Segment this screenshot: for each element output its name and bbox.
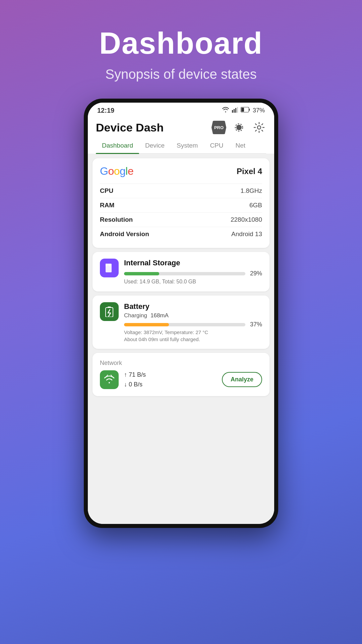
battery-header: Battery Charging 168mA 37% Voltage xyxy=(100,302,262,342)
wifi-network-icon xyxy=(103,375,115,385)
storage-progress-bg xyxy=(124,272,245,275)
device-card: Google Pixel 4 CPU 1.8GHz RAM 6GB Resolu… xyxy=(93,158,269,248)
brightness-button[interactable] xyxy=(232,120,246,135)
pro-badge: PRO xyxy=(212,121,226,134)
spec-row-ram: RAM 6GB xyxy=(100,198,262,212)
tab-bar: Dashboard Device System CPU Net xyxy=(96,138,266,154)
svg-rect-3 xyxy=(237,107,238,113)
battery-progress-bg xyxy=(124,323,245,326)
storage-header: Internal Storage 29% Used: 14.9 GB, Tota… xyxy=(100,259,262,285)
battery-charging-icon xyxy=(105,306,114,317)
svg-rect-6 xyxy=(249,109,250,111)
tab-dashboard[interactable]: Dashboard xyxy=(96,138,139,153)
battery-progress-fill xyxy=(124,323,169,326)
tab-cpu[interactable]: CPU xyxy=(204,138,229,153)
storage-detail: Used: 14.9 GB, Total: 50.0 GB xyxy=(124,279,262,285)
status-time: 12:19 xyxy=(97,107,114,114)
sd-card-icon xyxy=(104,263,114,273)
storage-progress-fill xyxy=(124,272,159,275)
brightness-icon xyxy=(233,122,245,133)
header-section: Dashboard Synopsis of device states xyxy=(99,0,263,82)
tab-net[interactable]: Net xyxy=(230,138,252,153)
battery-card-icon xyxy=(100,302,119,321)
spec-row-resolution: Resolution 2280x1080 xyxy=(100,212,262,227)
main-content: Google Pixel 4 CPU 1.8GHz RAM 6GB Resolu… xyxy=(88,154,274,524)
device-model: Pixel 4 xyxy=(237,167,262,176)
svg-rect-1 xyxy=(234,109,235,113)
svg-rect-2 xyxy=(235,108,236,113)
phone-screen: 12:19 xyxy=(88,103,274,524)
spec-row-android: Android Version Android 13 xyxy=(100,227,262,241)
signal-icon xyxy=(232,107,238,114)
wifi-icon xyxy=(222,107,229,114)
status-bar: 12:19 xyxy=(88,103,274,117)
download-speed: ↓ 0 B/s xyxy=(124,380,217,389)
storage-percent: 29% xyxy=(249,270,262,277)
google-logo: Google xyxy=(100,165,133,177)
analyze-button[interactable]: Analyze xyxy=(222,372,262,387)
battery-time-left: About 04h 09m until fully charged. xyxy=(124,336,262,342)
storage-card: Internal Storage 29% Used: 14.9 GB, Tota… xyxy=(93,252,269,291)
settings-button[interactable] xyxy=(252,120,266,135)
storage-progress-row: 29% xyxy=(124,270,262,277)
phone-mockup: 12:19 xyxy=(84,99,278,528)
app-bar: Device Dash PRO xyxy=(88,117,274,154)
spec-row-cpu: CPU 1.8GHz xyxy=(100,183,262,198)
app-bar-icons: PRO xyxy=(212,120,266,135)
tab-system[interactable]: System xyxy=(171,138,204,153)
network-label: Network xyxy=(100,360,262,367)
battery-title: Battery xyxy=(124,302,149,311)
network-icon xyxy=(100,370,119,389)
storage-title: Internal Storage xyxy=(124,259,262,267)
svg-rect-11 xyxy=(106,264,107,266)
battery-percent-text: 37% xyxy=(253,107,265,114)
battery-progress-row: 37% xyxy=(124,321,262,328)
page-title: Dashboard xyxy=(99,27,263,60)
pro-badge-button[interactable]: PRO xyxy=(212,120,226,135)
battery-current: 168mA xyxy=(150,312,169,319)
network-speeds: ↑ 71 B/s ↓ 0 B/s xyxy=(124,370,217,389)
storage-icon xyxy=(100,259,119,277)
svg-rect-15 xyxy=(108,307,111,308)
app-title: Device Dash xyxy=(96,121,164,134)
gear-icon xyxy=(253,122,265,133)
battery-icon xyxy=(241,107,250,114)
battery-status: Charging xyxy=(124,312,147,319)
network-card: Network ↑ 71 B/s ↓ 0 B/s An xyxy=(93,353,269,396)
page-subtitle: Synopsis of device states xyxy=(99,67,263,82)
svg-rect-13 xyxy=(109,264,110,266)
battery-title-row: Battery xyxy=(124,302,262,311)
network-row: ↑ 71 B/s ↓ 0 B/s Analyze xyxy=(100,370,262,389)
svg-rect-12 xyxy=(108,264,109,266)
svg-rect-5 xyxy=(241,108,244,112)
battery-voltage: Voltage: 3872mV, Temperature: 27 °C xyxy=(124,329,262,335)
battery-info: Battery Charging 168mA 37% Voltage xyxy=(124,302,262,342)
battery-card: Battery Charging 168mA 37% Voltage xyxy=(93,296,269,349)
battery-percent: 37% xyxy=(249,321,262,328)
tab-device[interactable]: Device xyxy=(139,138,171,153)
device-card-header: Google Pixel 4 xyxy=(100,165,262,177)
svg-point-7 xyxy=(236,125,242,130)
svg-point-9 xyxy=(257,126,261,129)
storage-info: Internal Storage 29% Used: 14.9 GB, Tota… xyxy=(124,259,262,285)
svg-rect-0 xyxy=(232,110,233,113)
upload-speed: ↑ 71 B/s xyxy=(124,370,217,380)
status-icons: 37% xyxy=(222,107,265,114)
